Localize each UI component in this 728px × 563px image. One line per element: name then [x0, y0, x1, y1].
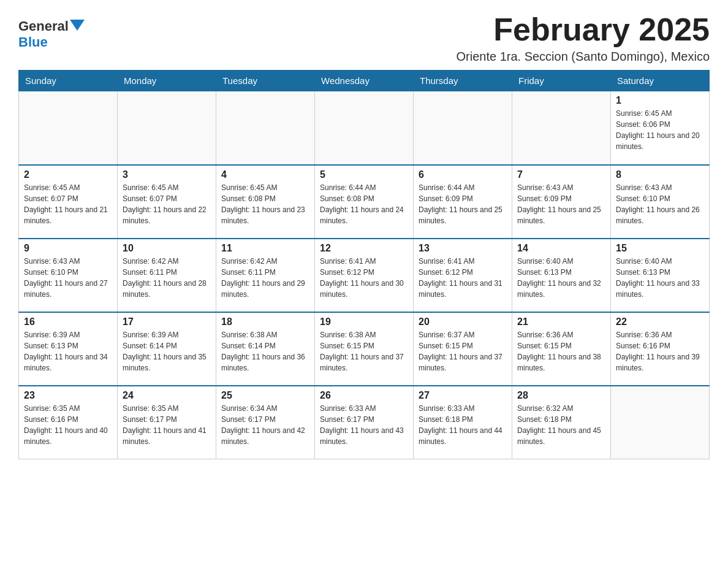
day-sun-info: Sunrise: 6:43 AMSunset: 6:10 PMDaylight:… [616, 182, 704, 226]
title-section: February 2025 Oriente 1ra. Seccion (Sant… [456, 12, 710, 64]
day-number: 3 [123, 169, 211, 180]
day-sun-info: Sunrise: 6:37 AMSunset: 6:15 PMDaylight:… [419, 329, 507, 373]
day-number: 25 [221, 390, 309, 401]
calendar-cell: 13Sunrise: 6:41 AMSunset: 6:12 PMDayligh… [414, 239, 512, 312]
day-sun-info: Sunrise: 6:36 AMSunset: 6:15 PMDaylight:… [517, 329, 605, 373]
day-sun-info: Sunrise: 6:42 AMSunset: 6:11 PMDaylight:… [221, 256, 309, 300]
day-number: 12 [320, 243, 408, 254]
day-sun-info: Sunrise: 6:40 AMSunset: 6:13 PMDaylight:… [517, 256, 605, 300]
calendar-cell: 18Sunrise: 6:38 AMSunset: 6:14 PMDayligh… [216, 312, 315, 386]
calendar-cell: 17Sunrise: 6:39 AMSunset: 6:14 PMDayligh… [118, 312, 216, 386]
day-number: 13 [419, 243, 507, 254]
calendar-cell: 16Sunrise: 6:39 AMSunset: 6:13 PMDayligh… [19, 312, 118, 386]
calendar-cell: 14Sunrise: 6:40 AMSunset: 6:13 PMDayligh… [512, 239, 611, 312]
day-number: 15 [616, 243, 704, 254]
day-of-week-thursday: Thursday [414, 71, 512, 91]
day-number: 21 [517, 316, 605, 327]
day-sun-info: Sunrise: 6:45 AMSunset: 6:06 PMDaylight:… [616, 108, 704, 152]
calendar-cell: 3Sunrise: 6:45 AMSunset: 6:07 PMDaylight… [118, 165, 216, 239]
calendar-cell: 20Sunrise: 6:37 AMSunset: 6:15 PMDayligh… [414, 312, 512, 386]
day-number: 4 [221, 169, 309, 180]
logo-blue: Blue [18, 34, 48, 50]
day-sun-info: Sunrise: 6:45 AMSunset: 6:07 PMDaylight:… [123, 182, 211, 226]
calendar-cell: 7Sunrise: 6:43 AMSunset: 6:09 PMDaylight… [512, 165, 611, 239]
calendar-cell: 25Sunrise: 6:34 AMSunset: 6:17 PMDayligh… [216, 386, 315, 459]
calendar-cell: 26Sunrise: 6:33 AMSunset: 6:17 PMDayligh… [315, 386, 414, 459]
day-sun-info: Sunrise: 6:35 AMSunset: 6:17 PMDaylight:… [123, 403, 211, 447]
day-number: 23 [24, 390, 112, 401]
calendar-cell: 24Sunrise: 6:35 AMSunset: 6:17 PMDayligh… [118, 386, 216, 459]
calendar-cell: 22Sunrise: 6:36 AMSunset: 6:16 PMDayligh… [611, 312, 710, 386]
day-number: 19 [320, 316, 408, 327]
calendar-cell: 27Sunrise: 6:33 AMSunset: 6:18 PMDayligh… [414, 386, 512, 459]
day-number: 28 [517, 390, 605, 401]
calendar-cell: 5Sunrise: 6:44 AMSunset: 6:08 PMDaylight… [315, 165, 414, 239]
day-sun-info: Sunrise: 6:44 AMSunset: 6:09 PMDaylight:… [419, 182, 507, 226]
day-sun-info: Sunrise: 6:42 AMSunset: 6:11 PMDaylight:… [123, 256, 211, 300]
day-sun-info: Sunrise: 6:40 AMSunset: 6:13 PMDaylight:… [616, 256, 704, 300]
calendar-week-row: 1Sunrise: 6:45 AMSunset: 6:06 PMDaylight… [19, 91, 710, 165]
day-sun-info: Sunrise: 6:33 AMSunset: 6:18 PMDaylight:… [419, 403, 507, 447]
day-number: 16 [24, 316, 112, 327]
calendar-cell: 28Sunrise: 6:32 AMSunset: 6:18 PMDayligh… [512, 386, 611, 459]
day-sun-info: Sunrise: 6:43 AMSunset: 6:10 PMDaylight:… [24, 256, 112, 300]
calendar-header-row: SundayMondayTuesdayWednesdayThursdayFrid… [19, 71, 710, 91]
calendar-cell [315, 91, 414, 165]
day-number: 11 [221, 243, 309, 254]
day-of-week-sunday: Sunday [19, 71, 118, 91]
day-number: 24 [123, 390, 211, 401]
day-number: 7 [517, 169, 605, 180]
day-sun-info: Sunrise: 6:43 AMSunset: 6:09 PMDaylight:… [517, 182, 605, 226]
location-subtitle: Oriente 1ra. Seccion (Santo Domingo), Me… [456, 50, 710, 64]
calendar-cell: 2Sunrise: 6:45 AMSunset: 6:07 PMDaylight… [19, 165, 118, 239]
calendar-week-row: 16Sunrise: 6:39 AMSunset: 6:13 PMDayligh… [19, 312, 710, 386]
page-header: General Blue February 2025 Oriente 1ra. … [18, 12, 710, 64]
calendar-cell: 9Sunrise: 6:43 AMSunset: 6:10 PMDaylight… [19, 239, 118, 312]
calendar-cell: 23Sunrise: 6:35 AMSunset: 6:16 PMDayligh… [19, 386, 118, 459]
day-sun-info: Sunrise: 6:41 AMSunset: 6:12 PMDaylight:… [320, 256, 408, 300]
logo-general: General [18, 18, 69, 34]
day-number: 27 [419, 390, 507, 401]
logo-triangle-icon [70, 20, 85, 31]
calendar-table: SundayMondayTuesdayWednesdayThursdayFrid… [18, 70, 710, 459]
day-number: 1 [616, 95, 704, 106]
logo: General Blue [18, 18, 85, 50]
calendar-cell: 15Sunrise: 6:40 AMSunset: 6:13 PMDayligh… [611, 239, 710, 312]
day-number: 26 [320, 390, 408, 401]
day-sun-info: Sunrise: 6:45 AMSunset: 6:08 PMDaylight:… [221, 182, 309, 226]
calendar-cell: 21Sunrise: 6:36 AMSunset: 6:15 PMDayligh… [512, 312, 611, 386]
calendar-cell [118, 91, 216, 165]
calendar-cell [512, 91, 611, 165]
day-of-week-saturday: Saturday [611, 71, 710, 91]
day-number: 9 [24, 243, 112, 254]
day-sun-info: Sunrise: 6:32 AMSunset: 6:18 PMDaylight:… [517, 403, 605, 447]
day-number: 18 [221, 316, 309, 327]
day-number: 20 [419, 316, 507, 327]
day-sun-info: Sunrise: 6:35 AMSunset: 6:16 PMDaylight:… [24, 403, 112, 447]
day-of-week-friday: Friday [512, 71, 611, 91]
day-sun-info: Sunrise: 6:41 AMSunset: 6:12 PMDaylight:… [419, 256, 507, 300]
day-number: 5 [320, 169, 408, 180]
calendar-week-row: 2Sunrise: 6:45 AMSunset: 6:07 PMDaylight… [19, 165, 710, 239]
day-sun-info: Sunrise: 6:39 AMSunset: 6:14 PMDaylight:… [123, 329, 211, 373]
month-title: February 2025 [456, 12, 710, 47]
calendar-cell: 12Sunrise: 6:41 AMSunset: 6:12 PMDayligh… [315, 239, 414, 312]
day-number: 22 [616, 316, 704, 327]
calendar-cell: 6Sunrise: 6:44 AMSunset: 6:09 PMDaylight… [414, 165, 512, 239]
calendar-cell [611, 386, 710, 459]
calendar-cell [414, 91, 512, 165]
day-sun-info: Sunrise: 6:33 AMSunset: 6:17 PMDaylight:… [320, 403, 408, 447]
calendar-cell: 8Sunrise: 6:43 AMSunset: 6:10 PMDaylight… [611, 165, 710, 239]
day-number: 17 [123, 316, 211, 327]
day-sun-info: Sunrise: 6:39 AMSunset: 6:13 PMDaylight:… [24, 329, 112, 373]
calendar-cell: 19Sunrise: 6:38 AMSunset: 6:15 PMDayligh… [315, 312, 414, 386]
day-number: 10 [123, 243, 211, 254]
calendar-cell: 10Sunrise: 6:42 AMSunset: 6:11 PMDayligh… [118, 239, 216, 312]
calendar-cell: 1Sunrise: 6:45 AMSunset: 6:06 PMDaylight… [611, 91, 710, 165]
day-sun-info: Sunrise: 6:45 AMSunset: 6:07 PMDaylight:… [24, 182, 112, 226]
calendar-cell [19, 91, 118, 165]
calendar-cell [216, 91, 315, 165]
day-number: 6 [419, 169, 507, 180]
day-of-week-wednesday: Wednesday [315, 71, 414, 91]
calendar-week-row: 9Sunrise: 6:43 AMSunset: 6:10 PMDaylight… [19, 239, 710, 312]
